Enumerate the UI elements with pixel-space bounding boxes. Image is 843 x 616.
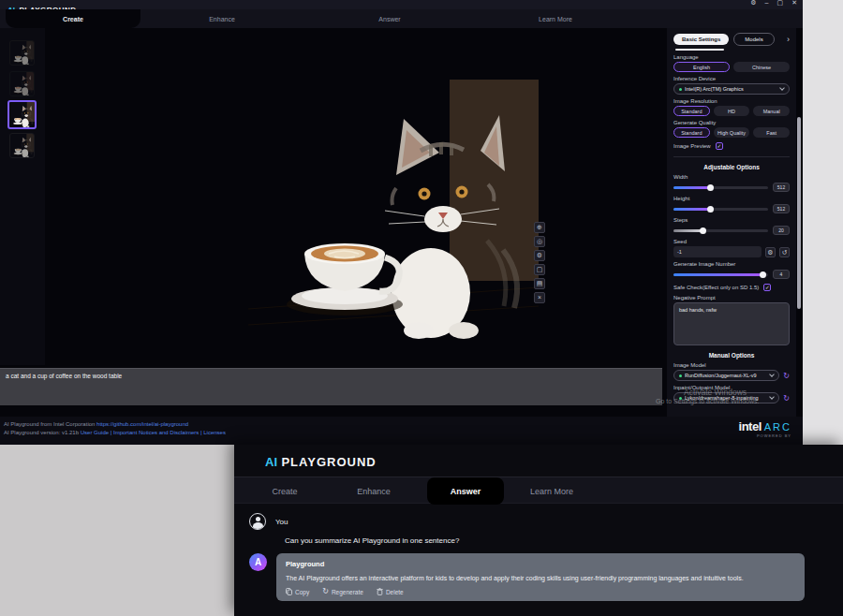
- language-chinese-button[interactable]: Chinese: [733, 62, 790, 72]
- tab-basic-settings[interactable]: Basic Settings: [673, 34, 729, 45]
- inpaint-model-refresh-icon[interactable]: ↻: [783, 394, 790, 403]
- width-value[interactable]: 512: [773, 183, 790, 192]
- history-thumbnail-3-selected[interactable]: [7, 100, 37, 129]
- regenerate-button[interactable]: ↻ Regenerate: [322, 589, 363, 595]
- user-message: Can you summarize AI Playground in one s…: [285, 536, 843, 545]
- inpaint-model-dropdown[interactable]: Lykon/dreamshaper-8-inpainting: [673, 392, 779, 403]
- inference-device-dropdown[interactable]: Intel(R) Arc(TM) Graphics: [673, 83, 790, 95]
- history-thumbnail-4[interactable]: [9, 133, 35, 158]
- minimize-icon[interactable]: –: [765, 0, 769, 7]
- steps-value[interactable]: 20: [773, 226, 790, 235]
- tab-answer[interactable]: Answer: [378, 9, 400, 28]
- width-label: Width: [673, 174, 790, 180]
- generate-image-number-value[interactable]: 4: [773, 270, 790, 279]
- desktop: AI PLAYGROUND ⚙ – ▢ ✕ Create Enhance Ans…: [0, 0, 843, 616]
- steps-slider[interactable]: [673, 229, 768, 232]
- tab-enhance[interactable]: Enhance: [209, 9, 235, 28]
- image-preview-checkbox[interactable]: ✓: [716, 142, 723, 150]
- params-gear-icon[interactable]: ⚙: [534, 250, 545, 261]
- resolution-manual-button[interactable]: Manual: [753, 106, 790, 116]
- close-icon[interactable]: ✕: [791, 0, 797, 7]
- negative-prompt-label: Negative Prompt: [673, 295, 790, 301]
- chat-tabbar: Create Enhance Answer Learn More: [234, 477, 843, 504]
- history-thumbnail-2[interactable]: [9, 71, 35, 96]
- powered-by-label: POWERED BY: [739, 433, 791, 438]
- inference-device-value: Intel(R) Arc(TM) Graphics: [685, 86, 777, 92]
- resolution-standard-button[interactable]: Standard: [673, 106, 710, 116]
- active-tab-underline: [675, 49, 724, 51]
- assistant-avatar: A: [249, 553, 267, 571]
- quality-high-button[interactable]: High Quality: [714, 127, 750, 138]
- copy-label: Copy: [295, 589, 309, 595]
- device-status-dot: [679, 88, 682, 91]
- delete-icon[interactable]: ×: [534, 292, 545, 303]
- seed-reset-undo-icon[interactable]: ↺: [779, 247, 790, 257]
- language-english-button[interactable]: English: [673, 62, 730, 72]
- github-link[interactable]: https://github.com/intel/ai-playground: [96, 421, 188, 427]
- chat-title-ai: AI: [265, 455, 277, 469]
- chat-tab-enhance[interactable]: Enhance: [357, 477, 391, 505]
- footer-line1-text: AI Playground from Intel Corporation: [4, 421, 95, 427]
- delete-button[interactable]: Delete: [377, 588, 404, 595]
- inpaint-model-label: Inpaint/Outpaint Model: [673, 385, 790, 390]
- assistant-name: Playground: [286, 560, 795, 568]
- seed-random-gear-icon[interactable]: ⚙: [765, 247, 776, 257]
- safe-check-checkbox[interactable]: ✓: [763, 284, 771, 291]
- expand-icon[interactable]: ⊕: [534, 222, 545, 233]
- save-icon[interactable]: ▤: [534, 278, 545, 289]
- frame-icon[interactable]: ▢: [534, 264, 545, 275]
- user-avatar-shoulders: [253, 522, 263, 530]
- adjustable-options-title: Adjustable Options: [673, 164, 790, 170]
- regenerate-icon: ↻: [322, 589, 329, 594]
- chevron-down-icon: [779, 85, 785, 91]
- tab-create[interactable]: Create: [6, 9, 140, 28]
- image-toolbar: ⊕ ◎ ⚙ ▢ ▤ ×: [534, 222, 545, 303]
- height-slider-thumb[interactable]: [707, 206, 714, 213]
- image-model-value: RunDiffusion/Juggernaut-XL-v9: [685, 373, 767, 378]
- settings-gear-icon[interactable]: ⚙: [750, 0, 756, 7]
- compare-icon[interactable]: ◎: [534, 236, 545, 247]
- footer-links[interactable]: User Guide | Important Notices and Discl…: [81, 430, 226, 435]
- chat-app-title: AI PLAYGROUND: [234, 445, 843, 477]
- app-title: AI PLAYGROUND: [7, 0, 77, 9]
- width-slider[interactable]: [673, 186, 768, 189]
- prompt-input[interactable]: a cat and a cup of coffee on the wood ta…: [0, 368, 662, 405]
- maximize-icon[interactable]: ▢: [777, 0, 784, 7]
- image-model-dropdown[interactable]: RunDiffusion/Juggernaut-XL-v9: [673, 370, 779, 381]
- steps-slider-thumb[interactable]: [700, 227, 706, 234]
- seed-input[interactable]: -1: [673, 246, 762, 257]
- negative-prompt-input[interactable]: bad hands, nsfw: [673, 302, 790, 345]
- chat-tab-create[interactable]: Create: [272, 477, 297, 505]
- tab-models[interactable]: Models: [733, 33, 774, 46]
- footer: AI Playground from Intel Corporation htt…: [0, 417, 803, 445]
- height-value[interactable]: 512: [773, 204, 790, 213]
- generated-image-cat-coffee[interactable]: [248, 80, 539, 339]
- main-window: AI PLAYGROUND ⚙ – ▢ ✕ Create Enhance Ans…: [0, 0, 803, 445]
- user-avatar-head: [256, 517, 260, 521]
- quality-standard-button[interactable]: Standard: [673, 127, 710, 138]
- resolution-hd-button[interactable]: HD: [714, 106, 750, 116]
- generate-image-number-thumb[interactable]: [760, 271, 766, 278]
- message-actions: Copy ↻ Regenerate Delete: [286, 588, 795, 595]
- user-avatar: [249, 513, 266, 530]
- answer-window: AI PLAYGROUND Create Enhance Answer Lear…: [234, 445, 843, 616]
- width-slider-thumb[interactable]: [707, 184, 714, 191]
- tab-learn-more[interactable]: Learn More: [539, 9, 572, 28]
- model-status-dot: [679, 374, 682, 377]
- chat-tab-learn-more[interactable]: Learn More: [530, 477, 573, 505]
- prompt-text: a cat and a cup of coffee on the wood ta…: [6, 373, 122, 379]
- generate-quality-label: Generate Quality: [673, 120, 790, 125]
- generate-image-number-slider[interactable]: [673, 273, 768, 276]
- safe-check-label: Safe Check(Effect only on SD 1.5): [673, 285, 759, 290]
- settings-panel: Basic Settings Models › Language English…: [667, 28, 796, 417]
- quality-fast-button[interactable]: Fast: [753, 127, 790, 138]
- history-thumbnail-1[interactable]: [9, 40, 35, 66]
- image-model-refresh-icon[interactable]: ↻: [783, 372, 790, 380]
- height-slider[interactable]: [673, 208, 768, 211]
- panel-scrollbar[interactable]: [797, 117, 801, 309]
- language-label: Language: [673, 54, 790, 60]
- copy-button[interactable]: Copy: [286, 588, 309, 595]
- chat-tab-answer[interactable]: Answer: [427, 477, 504, 505]
- manual-options-title: Manual Options: [673, 352, 790, 359]
- panel-collapse-chevron-icon[interactable]: ›: [787, 35, 790, 44]
